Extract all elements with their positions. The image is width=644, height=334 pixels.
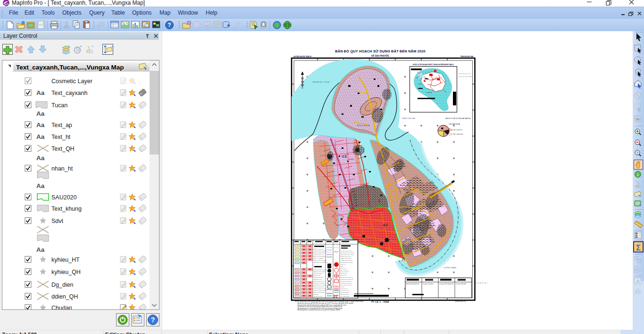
svg-text:Địa giới hành chính xã: Địa giới hành chính xã — [341, 250, 353, 252]
svg-text:1: 1 — [378, 199, 380, 202]
svg-text:Cơ quan chủ đầu tư: Cơ quan chủ đầu tư — [423, 283, 434, 285]
svg-text:Đất phi nông nghiệp: Đất phi nông nghiệp — [314, 292, 325, 293]
svg-text:Text_QH: Text_QH — [51, 146, 75, 152]
svg-text:Nhà văn hóa: Nhà văn hóa — [341, 269, 348, 271]
svg-text:IN: IN — [636, 117, 640, 121]
svg-text:Trường học hiện trạng: Trường học hiện trạng — [341, 260, 353, 261]
svg-text:Text_cayxanh: Text_cayxanh — [51, 90, 87, 96]
svg-text:Đất nghĩa trang nghĩa địa: Đất nghĩa trang nghĩa địa — [314, 262, 327, 263]
svg-text:- Bản đồ này được sử dụng kèm: - Bản đồ này được sử dụng kèm theo báo c… — [297, 309, 340, 311]
svg-text:Text_ht: Text_ht — [51, 134, 71, 140]
svg-text:Đất trồng cây lâu năm: Đất trồng cây lâu năm — [314, 284, 325, 286]
svg-text:Bưu điện: Bưu điện — [341, 267, 346, 269]
svg-text:Cầu giao thông: Cầu giao thông — [341, 292, 349, 293]
svg-text:Đường điện cao thế QH: Đường điện cao thế QH — [341, 279, 353, 280]
svg-text:XÃ ĐẠI PHƯỚC: XÃ ĐẠI PHƯỚC — [371, 54, 390, 57]
svg-text:Dg_dien: Dg_dien — [51, 282, 74, 288]
svg-text:i: i — [637, 172, 639, 177]
svg-text:SÔNG LÒNG TÀU: SÔNG LÒNG TÀU — [402, 117, 416, 120]
svg-text:Đất quốc phòng an ninh: Đất quốc phòng an ninh — [314, 250, 326, 252]
svg-text:Đất di tích danh thắng: Đất di tích danh thắng — [314, 256, 326, 257]
svg-text:Đình chùa miếu: Đình chùa miếu — [341, 271, 349, 273]
svg-text:0.8: 0.8 — [342, 155, 347, 158]
svg-text:Đất cơ sở sản xuất KD: Đất cơ sở sản xuất KD — [314, 252, 326, 254]
svg-text:Đất nông nghiệp khác: Đất nông nghiệp khác — [314, 290, 326, 291]
svg-text:SƠ ĐỒ VỊ TRÍ XÃ ĐẠI PHƯỚC TRON: SƠ ĐỒ VỊ TRÍ XÃ ĐẠI PHƯỚC TRONG HUYỆN NH… — [413, 63, 454, 66]
svg-text:Cơ quan thành lập bản đồ: Cơ quan thành lập bản đồ — [439, 283, 454, 285]
svg-text:Trạm y tế: Trạm y tế — [341, 264, 346, 265]
svg-text:?: ? — [636, 151, 639, 155]
svg-text:Đất xử lý chất thải: Đất xử lý chất thải — [314, 258, 324, 259]
svg-text:Đất ở đô thị: Đất ở đô thị — [314, 275, 320, 276]
svg-text:Đường giao thông HT: Đường giao thông HT — [341, 281, 352, 282]
svg-text:Đất tôn giáo tín ngưỡng: Đất tôn giáo tín ngưỡng — [314, 260, 326, 261]
svg-text:TỶ LỆ 1 : 5000: TỶ LỆ 1 : 5000 — [371, 300, 389, 303]
svg-text:Đất sông suối mặt nước: Đất sông suối mặt nước — [314, 269, 327, 271]
svg-text:?: ? — [167, 22, 171, 28]
svg-text:ddien_QH: ddien_QH — [51, 293, 78, 300]
svg-text:S. ĐỒNG TRANH: S. ĐỒNG TRANH — [443, 266, 456, 269]
svg-text:Tuyến dân cư: Tuyến dân cư — [341, 288, 348, 290]
svg-text:UBND xã hiện trạng: UBND xã hiện trạng — [341, 256, 351, 257]
svg-text:BẢN ĐỒ QUY HOẠCH SỬ DỤNG ĐẤT Đ: BẢN ĐỒ QUY HOẠCH SỬ DỤNG ĐẤT ĐẾN NĂM 202… — [335, 49, 426, 53]
svg-text:Cơ quan thẩm định: Cơ quan thẩm định — [456, 283, 467, 285]
svg-text:CHÚ DẪN NGOÀI: CHÚ DẪN NGOÀI — [449, 123, 460, 125]
svg-text:Đường điện cao thế HT: Đường điện cao thế HT — [341, 277, 353, 278]
svg-text:Đất chưa sử dụng: Đất chưa sử dụng — [314, 277, 324, 278]
svg-text:Chudan: Chudan — [51, 305, 72, 310]
svg-text:UBND xã quy hoạch: UBND xã quy hoạch — [341, 258, 351, 259]
svg-text:Sdvt: Sdvt — [51, 218, 64, 224]
svg-text:Cosmetic Layer: Cosmetic Layer — [51, 78, 92, 85]
svg-text:kyhieu_QH: kyhieu_QH — [51, 269, 81, 275]
svg-text:Đất phát triển hạ tầng: Đất phát triển hạ tầng — [314, 271, 326, 273]
svg-text:Đất ở quy hoạch: Đất ở quy hoạch — [453, 133, 463, 135]
svg-text:- Số liệu diện tích tính theo: - Số liệu diện tích tính theo kết quả th… — [297, 306, 343, 308]
svg-text:Sông ngòi kênh rạch: Sông ngòi kênh rạch — [341, 284, 352, 286]
svg-text:Xuất bản năm 2011: Xuất bản năm 2011 — [455, 300, 467, 302]
svg-text:Đất ở hiện hữu: Đất ở hiện hữu — [453, 129, 462, 131]
svg-text:TỈNH ĐỒNG NAI: TỈNH ĐỒNG NAI — [460, 55, 473, 58]
svg-text:Đất chuyên trồng lúa: Đất chuyên trồng lúa — [314, 283, 325, 284]
svg-text:Đê bao: Đê bao — [341, 286, 345, 288]
svg-text:nhan_ht: nhan_ht — [51, 165, 73, 172]
svg-text:Địa giới hành chính huyện: Địa giới hành chính huyện — [341, 252, 355, 254]
svg-text:- Ranh giới hành chính thể hiệ: - Ranh giới hành chính thể hiện theo hồ … — [297, 304, 346, 306]
svg-text:Đất rừng phòng hộ: Đất rừng phòng hộ — [314, 286, 324, 288]
svg-text:Đất trụ sở cơ quan: Đất trụ sở cơ quan — [314, 248, 324, 250]
svg-text:Đất ở nông thôn: Đất ở nông thôn — [314, 273, 323, 274]
svg-text:HUYỆN NHƠN TRẠCH: HUYỆN NHƠN TRẠCH — [293, 55, 311, 58]
svg-text:kyhieu_HT: kyhieu_HT — [51, 257, 80, 263]
svg-text:4.7: 4.7 — [383, 223, 388, 227]
svg-text:Khu công nghiệp: Khu công nghiệp — [341, 296, 350, 297]
svg-text:Đất khu dân cư NT: Đất khu dân cư NT — [314, 281, 324, 282]
svg-text:Σ: Σ — [636, 244, 641, 252]
svg-text:Chợ: Chợ — [341, 265, 343, 267]
svg-text:Ghi chú: Bản đồ được thành lập: Ghi chú: Bản đồ được thành lập theo quy … — [295, 300, 363, 302]
svg-text:Bến phà bến đò: Bến phà bến đò — [341, 294, 349, 295]
svg-text:Text_khung: Text_khung — [51, 206, 82, 212]
svg-text:- Bản đồ nền theo hệ tọa độ VN: - Bản đồ nền theo hệ tọa độ VN-2000, kin… — [297, 302, 354, 304]
svg-text:Đất khu bảo tồn: Đất khu bảo tồn — [314, 296, 322, 297]
svg-text:Trường học quy hoạch: Trường học quy hoạch — [341, 262, 353, 263]
svg-text:Đất đô thị: Đất đô thị — [314, 294, 319, 295]
svg-text:SÔNG ĐỒNG NAI: SÔNG ĐỒNG NAI — [357, 124, 370, 127]
svg-text:Đất khu du lịch: Đất khu du lịch — [314, 279, 322, 280]
svg-text:Text_ap: Text_ap — [51, 122, 72, 128]
svg-text:Tucan: Tucan — [51, 102, 67, 109]
svg-text:Đất nuôi trồng thủy sản: Đất nuôi trồng thủy sản — [314, 288, 326, 290]
svg-text:Ranh giới khu quy hoạch: Ranh giới khu quy hoạch — [341, 254, 354, 256]
svg-text:PHÀ CÁT LÁI - TP HCM: PHÀ CÁT LÁI - TP HCM — [312, 81, 330, 83]
svg-text:Khu di tích: Khu di tích — [341, 275, 346, 276]
svg-text:Người thành lập bản đồ: Người thành lập bản đồ — [406, 283, 419, 285]
svg-text:Kênh thủy lợi QH: Kênh thủy lợi QH — [341, 290, 350, 291]
svg-text:- Nội dung quy hoạch sử dụng đ: - Nội dung quy hoạch sử dụng đất đến năm… — [297, 308, 343, 309]
svg-text:Đường giao thông QH: Đường giao thông QH — [341, 283, 352, 284]
svg-text:Đất sản xuất VLXD: Đất sản xuất VLXD — [314, 254, 324, 256]
svg-text:SAU2020: SAU2020 — [51, 194, 77, 201]
svg-text:?: ? — [151, 316, 155, 324]
svg-text:Nghĩa trang: Nghĩa trang — [341, 273, 347, 274]
svg-text:Text_cayxanh,Tucan,...,Vungxa: Text_cayxanh,Tucan,...,Vungxa Map — [16, 64, 124, 71]
